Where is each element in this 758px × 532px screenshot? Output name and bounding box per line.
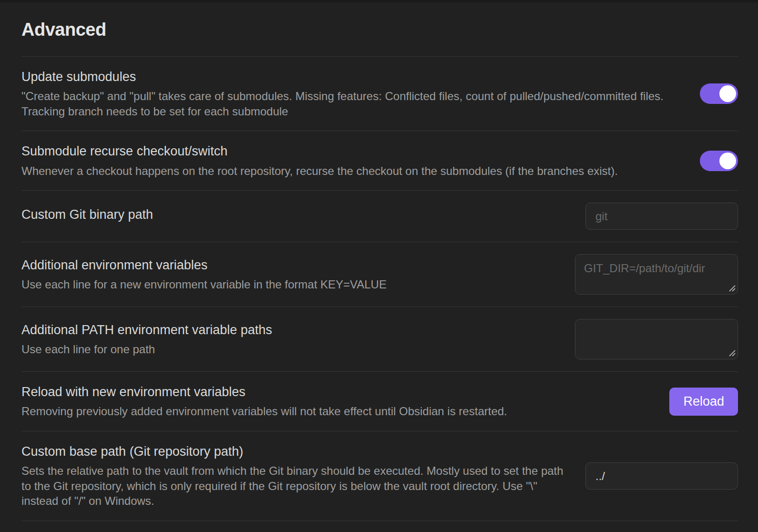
setting-reload-env: Reload with new environment variables Re… [21, 372, 738, 431]
resize-grip-icon[interactable] [727, 283, 736, 292]
toggle-knob [719, 85, 736, 102]
setting-name: Custom Git binary path [21, 206, 566, 223]
setting-description: Use each line for one path [21, 342, 556, 357]
setting-description: Removing previously added environment va… [21, 404, 650, 419]
base-path-input[interactable] [585, 462, 738, 490]
setting-description: Use each line for a new environment vari… [21, 277, 556, 292]
env-variables-textarea[interactable] [575, 254, 738, 295]
setting-path-env-paths: Additional PATH environment variable pat… [21, 307, 738, 372]
submodule-recurse-toggle[interactable] [700, 151, 738, 171]
setting-git-binary-path: Custom Git binary path [21, 191, 738, 242]
resize-grip-icon[interactable] [727, 348, 736, 357]
setting-update-submodules: Update submodules "Create backup" and "p… [21, 57, 738, 131]
setting-description: Whenever a checkout happens on the root … [21, 164, 681, 179]
setting-env-variables: Additional environment variables Use eac… [21, 242, 738, 307]
path-env-paths-textarea[interactable] [575, 319, 738, 359]
reload-button[interactable]: Reload [669, 388, 738, 416]
toggle-knob [719, 153, 736, 169]
window-top-edge [0, 0, 758, 2]
setting-description: "Create backup" and "pull" takes care of… [21, 89, 681, 119]
setting-name: Submodule recurse checkout/switch [21, 143, 681, 160]
setting-name: Reload with new environment variables [21, 384, 650, 400]
update-submodules-toggle[interactable] [700, 83, 738, 104]
setting-name: Custom base path (Git repository path) [21, 443, 566, 460]
setting-name: Additional environment variables [21, 257, 556, 274]
settings-list: Update submodules "Create backup" and "p… [21, 56, 738, 521]
settings-page-advanced: Advanced Update submodules "Create backu… [0, 20, 758, 521]
setting-name: Additional PATH environment variable pat… [21, 322, 556, 338]
setting-name: Update submodules [21, 69, 681, 85]
setting-submodule-recurse: Submodule recurse checkout/switch Whenev… [21, 131, 738, 191]
setting-description: Sets the relative path to the vault from… [21, 463, 566, 509]
page-title: Advanced [21, 20, 738, 40]
setting-custom-base-path: Custom base path (Git repository path) S… [21, 431, 738, 521]
git-binary-path-input[interactable] [585, 203, 738, 230]
